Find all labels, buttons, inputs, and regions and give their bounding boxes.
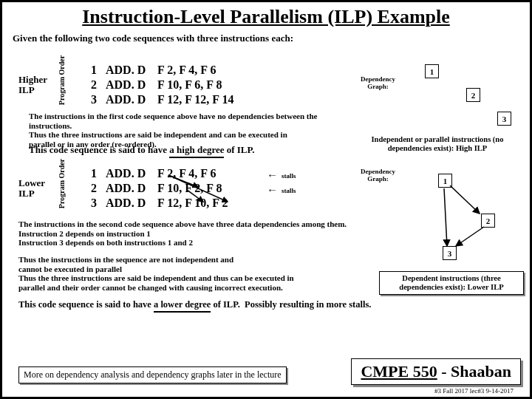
higher-code-block: 1ADD. DF 2, F 4, F 6 2ADD. DF 10, F 6, F…: [91, 63, 276, 107]
para2b: Thus the instructions in the sequence ar…: [18, 255, 358, 293]
svg-line-3: [450, 185, 480, 214]
stalls-label-1: stalls: [282, 172, 296, 180]
slide-meta: #3 Fall 2017 lec#3 9-14-2017: [434, 387, 514, 395]
dep-graph-arrows: [431, 172, 519, 268]
stall-arrow-icon: ←: [267, 184, 278, 197]
dep-node-2a: 2: [466, 88, 480, 102]
program-order-label-1: Program Order: [58, 51, 66, 110]
dep-node-3a: 3: [497, 112, 511, 126]
stall-arrow-icon: ←: [267, 169, 278, 182]
higher-ilp-label: Higher ILP: [18, 75, 47, 96]
slide-title: Instruction-Level Parallelism (ILP) Exam…: [2, 2, 530, 28]
program-order-label-2: Program Order: [58, 154, 66, 214]
stalls-label-2: stalls: [282, 187, 296, 194]
para1-side-note: Independent or parallel instructions (no…: [360, 135, 515, 153]
svg-line-1: [187, 190, 203, 202]
course-badge: CMPE 550 - Shaaban: [351, 358, 521, 385]
code-row: 3ADD. DF 12, F 12, F 14: [91, 92, 276, 107]
para2-side-note: Dependent instructions (three dependenci…: [379, 271, 524, 295]
slide-frame: Instruction-Level Parallelism (ILP) Exam…: [0, 0, 532, 399]
svg-line-4: [456, 227, 484, 246]
code-row: 1ADD. DF 2, F 4, F 6: [91, 63, 276, 78]
lower-ilp-label: Lower ILP: [18, 178, 45, 200]
footer-note: More on dependency analysis and dependen…: [18, 366, 287, 383]
para2-conclusion: This code sequence is said to have a low…: [18, 299, 528, 313]
svg-line-5: [444, 188, 447, 246]
para2a: The instructions in the second code sequ…: [18, 219, 358, 248]
dependency-graph-label-1: Dependency Graph:: [361, 76, 395, 91]
intro-text: Given the following two code sequences w…: [2, 28, 530, 46]
dep-node-1a: 1: [425, 64, 439, 78]
code-row: 2ADD. DF 10, F 6, F 8: [91, 78, 276, 92]
dependency-graph-label-2: Dependency Graph:: [361, 168, 395, 183]
para1: The instructions in the first code seque…: [29, 112, 347, 149]
